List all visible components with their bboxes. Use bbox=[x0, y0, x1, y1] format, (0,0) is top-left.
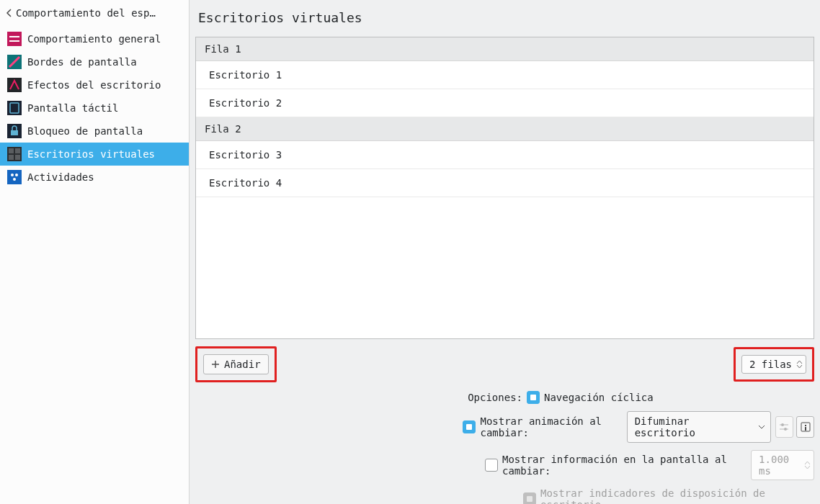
sidebar-item-general[interactable]: Comportamiento general bbox=[0, 27, 189, 50]
svg-rect-14 bbox=[7, 170, 22, 184]
sidebar-item-label: Efectos del escritorio bbox=[27, 79, 161, 91]
sidebar-item-effects[interactable]: Efectos del escritorio bbox=[0, 73, 189, 96]
checkbox-wrap[interactable] bbox=[527, 391, 540, 404]
options-area: Opciones: Navegación cíclica Mostrar ani… bbox=[190, 388, 820, 504]
add-button-label: Añadir bbox=[224, 359, 261, 370]
svg-rect-10 bbox=[9, 148, 14, 153]
sidebar-item-activities[interactable]: Actividades bbox=[0, 166, 189, 189]
desktop-item[interactable]: Escritorio 3 bbox=[196, 141, 814, 169]
touch-icon bbox=[7, 101, 22, 115]
svg-rect-2 bbox=[9, 40, 19, 42]
sidebar-item-label: Actividades bbox=[27, 171, 94, 183]
opt-anim-label: Mostrar animación al cambiar: bbox=[480, 415, 622, 438]
about-animation-button[interactable] bbox=[796, 416, 814, 438]
plus-icon bbox=[211, 360, 220, 369]
sidebar-item-label: Bloqueo de pantalla bbox=[27, 125, 143, 137]
main-panel: Escritorios virtuales Fila 1 Escritorio … bbox=[190, 0, 820, 504]
svg-point-16 bbox=[15, 174, 18, 176]
rows-spinbox-value: 2 filas bbox=[749, 359, 792, 370]
info-icon bbox=[800, 421, 811, 433]
sidebar-item-label: Pantalla táctil bbox=[27, 102, 118, 114]
page-title: Escritorios virtuales bbox=[190, 0, 820, 37]
svg-point-18 bbox=[781, 423, 784, 426]
activities-icon bbox=[7, 170, 22, 184]
row-header: Fila 2 bbox=[196, 117, 814, 141]
general-icon bbox=[7, 32, 22, 46]
desktop-item[interactable]: Escritorio 4 bbox=[196, 169, 814, 197]
svg-rect-1 bbox=[9, 36, 19, 37]
osd-duration-value: 1.000 ms bbox=[759, 454, 800, 477]
svg-rect-13 bbox=[15, 155, 20, 160]
options-label: Opciones: bbox=[468, 392, 522, 403]
svg-rect-22 bbox=[805, 427, 806, 431]
opt-wrap-label: Navegación cíclica bbox=[544, 392, 654, 403]
chevron-left-icon bbox=[6, 9, 13, 17]
configure-animation-button bbox=[775, 416, 793, 438]
checkbox-osd[interactable] bbox=[485, 459, 498, 472]
sliders-icon bbox=[778, 421, 790, 433]
effects-icon bbox=[7, 78, 22, 92]
spin-arrows-icon bbox=[796, 360, 803, 369]
opt-osd-label: Mostrar información en la pantalla al ca… bbox=[502, 454, 746, 477]
svg-rect-12 bbox=[9, 155, 14, 160]
svg-point-15 bbox=[11, 174, 14, 176]
svg-rect-8 bbox=[11, 130, 18, 135]
svg-point-19 bbox=[784, 428, 787, 431]
sidebar-item-touch[interactable]: Pantalla táctil bbox=[0, 96, 189, 120]
sidebar-item-label: Bordes de pantalla bbox=[27, 56, 137, 68]
lock-icon bbox=[7, 124, 22, 138]
svg-rect-11 bbox=[15, 148, 20, 153]
osd-duration-spinbox: 1.000 ms bbox=[751, 450, 814, 480]
highlight-rows: 2 filas bbox=[734, 347, 814, 382]
desktop-list: Fila 1 Escritorio 1 Escritorio 2 Fila 2 … bbox=[195, 37, 814, 339]
svg-rect-0 bbox=[7, 32, 22, 46]
row-header: Fila 1 bbox=[196, 37, 814, 61]
chevron-down-icon bbox=[758, 425, 765, 429]
desktop-item[interactable]: Escritorio 1 bbox=[196, 61, 814, 89]
animation-combo[interactable]: Difuminar escritorio bbox=[627, 411, 771, 443]
rows-spinbox[interactable]: 2 filas bbox=[741, 355, 806, 374]
virtual-desktops-icon bbox=[7, 147, 22, 161]
edges-icon bbox=[7, 55, 22, 69]
sidebar-back-header[interactable]: Comportamiento del esp… bbox=[0, 0, 189, 27]
desktop-item[interactable]: Escritorio 2 bbox=[196, 89, 814, 117]
sidebar-item-label: Escritorios virtuales bbox=[27, 148, 155, 160]
checkbox-animation[interactable] bbox=[463, 420, 476, 433]
add-button[interactable]: Añadir bbox=[203, 354, 269, 374]
spin-arrows-icon bbox=[804, 461, 811, 469]
svg-point-17 bbox=[13, 178, 16, 181]
sidebar: Comportamiento del esp… Comportamiento g… bbox=[0, 0, 190, 504]
sidebar-item-virtual-desktops[interactable]: Escritorios virtuales bbox=[0, 143, 189, 166]
sidebar-title: Comportamiento del esp… bbox=[16, 7, 156, 19]
highlight-add: Añadir bbox=[195, 346, 277, 382]
opt-layout-label: Mostrar indicadores de disposición de es… bbox=[540, 487, 814, 504]
checkbox-layout-indicators bbox=[523, 492, 536, 504]
animation-combo-value: Difuminar escritorio bbox=[635, 415, 744, 438]
sidebar-item-label: Comportamiento general bbox=[27, 33, 161, 45]
sidebar-item-edges[interactable]: Bordes de pantalla bbox=[0, 50, 189, 73]
svg-rect-21 bbox=[805, 425, 806, 426]
sidebar-item-lock[interactable]: Bloqueo de pantalla bbox=[0, 120, 189, 143]
